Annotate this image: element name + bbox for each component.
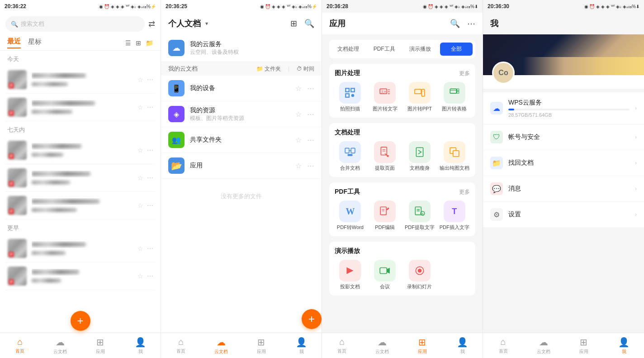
- section-title-doc: 文档处理: [335, 129, 360, 137]
- app-meeting[interactable]: 会议: [369, 260, 401, 290]
- apps-search-icon[interactable]: 🔍: [450, 19, 460, 29]
- list-item[interactable]: ☆ ⋯: [5, 66, 155, 94]
- more-icon[interactable]: ⋯: [307, 110, 314, 119]
- app-projector[interactable]: 投影文档: [335, 260, 366, 290]
- cat-tab-present[interactable]: 演示播放: [404, 43, 437, 56]
- app-output[interactable]: 输出纯图文档: [439, 141, 470, 172]
- nav-home[interactable]: ⌂ 首页: [0, 337, 40, 354]
- recover-menu-label: 找回文档: [508, 159, 630, 167]
- nav-me[interactable]: 👤 我: [442, 337, 483, 355]
- tab-starred[interactable]: 星标: [28, 38, 42, 48]
- sort-icon[interactable]: ☰: [125, 39, 131, 47]
- app-record[interactable]: 录制幻灯片: [404, 260, 436, 290]
- pdf-more-btn[interactable]: 更多: [459, 188, 470, 196]
- app-pdf2word[interactable]: W PDF转Word: [335, 200, 366, 231]
- nav-cloud[interactable]: ☁ 云文档: [523, 337, 564, 355]
- list-item[interactable]: ☆ ⋯: [5, 192, 155, 220]
- grid-icon[interactable]: ⊞: [136, 39, 141, 47]
- nav-apps[interactable]: ⊞ 应用: [242, 337, 282, 355]
- star-icon[interactable]: ☆: [295, 136, 302, 144]
- star-icon[interactable]: ☆: [295, 162, 302, 170]
- nav-home[interactable]: ⌂ 首页: [161, 337, 201, 354]
- cat-tab-all[interactable]: 全部: [440, 43, 473, 56]
- apps-title: 应用: [329, 18, 450, 29]
- nav-apps[interactable]: ⊞ 应用: [564, 337, 604, 355]
- list-item[interactable]: ☆ ⋯: [5, 137, 155, 164]
- scan-icon[interactable]: ⇄: [148, 19, 155, 29]
- menu-item-security[interactable]: 🛡 帐号与安全 ›: [483, 124, 644, 150]
- more-icon[interactable]: ⋯: [147, 104, 153, 111]
- more-icon[interactable]: ⋯: [307, 136, 314, 144]
- cat-tab-pdf[interactable]: PDF工具: [368, 43, 401, 56]
- layout-toggle-icon[interactable]: ⊞: [290, 19, 297, 29]
- more-icon[interactable]: ⋯: [307, 162, 314, 170]
- app-img2txt[interactable]: 文A 图片转文字: [369, 82, 401, 112]
- star-icon[interactable]: ☆: [137, 147, 143, 154]
- list-item[interactable]: ☆ ⋯: [5, 94, 155, 121]
- more-icon[interactable]: ⋯: [147, 174, 153, 181]
- more-icon[interactable]: ⋯: [147, 76, 153, 83]
- star-icon[interactable]: ☆: [137, 104, 143, 111]
- projector-label: 投影文档: [340, 283, 360, 290]
- menu-item-messages[interactable]: 💬 消息 ›: [483, 176, 644, 202]
- nav-home[interactable]: ⌂ 首页: [322, 337, 362, 354]
- nav-apps[interactable]: ⊞ 应用: [402, 337, 443, 355]
- apps-more-icon[interactable]: ⋯: [467, 19, 475, 29]
- more-icon[interactable]: ⋯: [147, 272, 153, 280]
- star-icon[interactable]: ☆: [295, 84, 302, 93]
- app-extract[interactable]: 提取页面: [369, 141, 401, 172]
- cloud-fab-button[interactable]: +: [302, 309, 322, 329]
- app-pdfedit[interactable]: PDF编辑: [369, 200, 401, 231]
- list-item[interactable]: ☆ ⋯: [5, 164, 155, 192]
- svg-rect-2: [346, 94, 350, 97]
- time-sort-btn[interactable]: ⏱ 时间: [297, 65, 314, 73]
- nav-me[interactable]: 👤 我: [604, 337, 644, 355]
- more-icon[interactable]: ⋯: [147, 202, 153, 209]
- app-img2ppt[interactable]: 图片转PPT: [404, 82, 436, 112]
- cat-tab-doc[interactable]: 文档处理: [332, 43, 365, 56]
- app-pdfinsert[interactable]: T PDF插入文字: [439, 200, 470, 231]
- nav-cloud[interactable]: ☁ 云文档: [201, 337, 242, 355]
- list-item[interactable]: 📂 应用 ☆ ⋯: [161, 153, 322, 179]
- folder-view-btn[interactable]: 📁 文件夹: [256, 65, 281, 73]
- resource-icon: ◈: [168, 106, 185, 122]
- nav-cloud[interactable]: ☁ 云文档: [362, 337, 402, 355]
- menu-item-settings[interactable]: ⚙ 设置 ›: [483, 202, 644, 228]
- list-item[interactable]: ◈ 我的资源 模板、图片等稻壳资源 ☆ ⋯: [161, 101, 322, 127]
- nav-home[interactable]: ⌂ 首页: [483, 337, 523, 354]
- star-icon[interactable]: ☆: [137, 245, 143, 252]
- search-cloud-icon[interactable]: 🔍: [304, 19, 314, 29]
- menu-item-wps-cloud[interactable]: ☁ WPS云服务 28.57GB/571.64GB ›: [483, 92, 644, 124]
- list-item[interactable]: 📱 我的设备 ☆ ⋯: [161, 76, 322, 101]
- star-icon[interactable]: ☆: [137, 76, 143, 83]
- app-img2table[interactable]: 图片转表格: [439, 82, 470, 112]
- app-slim[interactable]: 文档瘦身: [404, 141, 436, 172]
- app-scan[interactable]: 拍照扫描: [335, 82, 366, 112]
- app-merge[interactable]: 合并文档: [335, 141, 366, 172]
- list-item[interactable]: ☆ ⋯: [5, 263, 155, 290]
- star-icon[interactable]: ☆: [137, 272, 143, 280]
- list-item[interactable]: 👥 共享文件夹 ☆ ⋯: [161, 127, 322, 153]
- my-cloud-item[interactable]: ☁ 我的云服务 云空间、设备及特权: [161, 34, 322, 62]
- tab-recent[interactable]: 最近: [7, 37, 21, 48]
- more-icon[interactable]: ⋯: [147, 245, 153, 252]
- star-icon[interactable]: ☆: [137, 202, 143, 209]
- nav-me[interactable]: 👤 我: [120, 337, 161, 355]
- nav-me[interactable]: 👤 我: [281, 337, 322, 355]
- app-pdfextract[interactable]: A PDF提取文字: [404, 200, 436, 231]
- nav-cloud[interactable]: ☁ 云文档: [40, 337, 80, 355]
- star-icon[interactable]: ☆: [295, 110, 302, 119]
- search-input[interactable]: 🔍 搜索文档: [5, 16, 145, 32]
- nav-apps[interactable]: ⊞ 应用: [80, 337, 121, 355]
- list-item[interactable]: ☆ ⋯: [5, 235, 155, 263]
- cloud-service-menu-icon: ☁: [490, 102, 503, 115]
- menu-item-recover[interactable]: 📁 找回文档 ›: [483, 150, 644, 176]
- more-icon[interactable]: ⋯: [307, 84, 314, 93]
- svg-rect-35: [380, 268, 387, 274]
- fab-button[interactable]: +: [71, 311, 90, 331]
- folder-new-icon[interactable]: 📁: [146, 39, 153, 47]
- star-icon[interactable]: ☆: [137, 174, 143, 181]
- more-icon[interactable]: ⋯: [147, 147, 153, 154]
- image-more-btn[interactable]: 更多: [459, 70, 470, 77]
- dropdown-icon[interactable]: ▾: [205, 20, 208, 27]
